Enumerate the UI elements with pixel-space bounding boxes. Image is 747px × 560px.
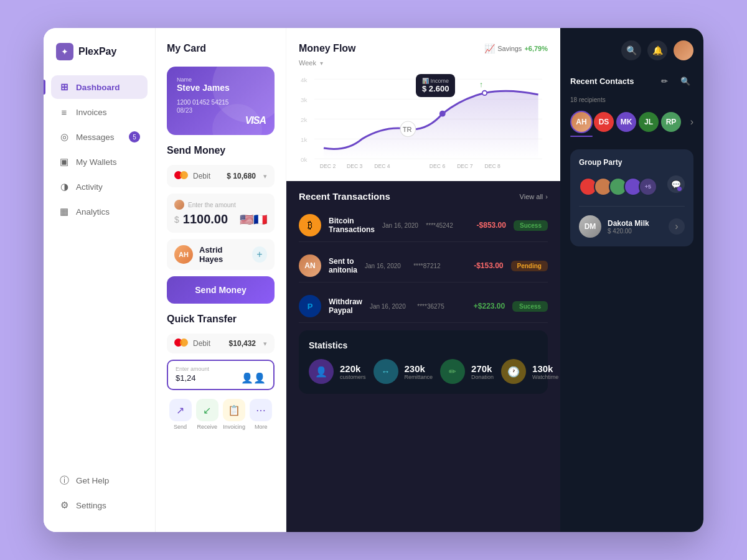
quick-action-invoicing[interactable]: 📋 Invoicing bbox=[223, 399, 245, 430]
contact-avatar[interactable]: JL bbox=[637, 111, 660, 133]
sidebar-item-messages[interactable]: ◎ Messages 5 bbox=[51, 125, 148, 149]
more-action-icon: ⋯ bbox=[250, 399, 272, 421]
svg-text:DEC 5: DEC 5 bbox=[402, 163, 418, 169]
add-recipient-button[interactable]: + bbox=[252, 246, 267, 263]
recipient-avatar: AH bbox=[174, 245, 193, 264]
middle-panel: Money Flow 📈 Savings +6,79% Week ▾ � bbox=[286, 28, 560, 532]
sidebar-item-activity[interactable]: ◑ Activity bbox=[51, 175, 148, 198]
table-row: ₿ Bitcoin Transactions Jan 16, 2020 ****… bbox=[299, 209, 548, 242]
sidebar-item-invoices[interactable]: ≡ Invoices bbox=[51, 100, 148, 124]
sidebar-item-analytics[interactable]: ▦ Analytics bbox=[51, 200, 148, 223]
group-party-members: +5 💬 bbox=[579, 175, 685, 197]
amount-hint: Enter the amount bbox=[174, 200, 267, 210]
svg-text:DEC 6: DEC 6 bbox=[430, 163, 446, 169]
stat-value: 130k bbox=[532, 363, 558, 374]
user-avatar[interactable] bbox=[674, 40, 693, 60]
help-icon: ⓘ bbox=[59, 475, 70, 486]
contact-avatar[interactable]: MK bbox=[615, 111, 637, 133]
edit-contacts-button[interactable]: ✏ bbox=[656, 73, 672, 89]
savings-label: Savings bbox=[497, 45, 522, 52]
status-badge: Pending bbox=[511, 261, 548, 271]
sidebar-item-wallets[interactable]: ▣ My Wallets bbox=[51, 150, 148, 174]
send-money-button[interactable]: Send Money bbox=[167, 276, 275, 304]
amount-placeholder: Enter the amount bbox=[188, 202, 236, 208]
contacts-section: Recent Contacts ✏ 🔍 18 recipients AH DS … bbox=[570, 73, 693, 137]
gp-arrow-button[interactable]: › bbox=[669, 218, 685, 235]
quick-action-send[interactable]: ↗ Send bbox=[169, 399, 192, 430]
right-header: 🔍 🔔 bbox=[570, 40, 693, 60]
middle-bottom: Recent Transactions View all › ₿ Bitcoin… bbox=[286, 181, 560, 532]
stat-value: 230k bbox=[405, 363, 433, 374]
more-action-label: More bbox=[255, 424, 268, 430]
stat-watchtime: 🕐 130k Watchtime bbox=[501, 359, 558, 384]
tx-id: ****45242 bbox=[426, 222, 462, 229]
tx-id: ****87212 bbox=[413, 263, 454, 269]
sidebar-item-label: Analytics bbox=[76, 207, 110, 217]
left-panel: My Card Name Steve James 1200 01452 5421… bbox=[156, 28, 286, 532]
remittance-icon: ↔ bbox=[374, 359, 398, 384]
analytics-icon: ▦ bbox=[59, 206, 70, 217]
tx-amount: -$853.00 bbox=[470, 221, 506, 230]
table-row: P Withdraw Paypal Jan 16, 2020 ****36275… bbox=[299, 290, 548, 323]
sidebar-item-dashboard[interactable]: ⊞ Dashboard bbox=[51, 75, 148, 99]
svg-text:4k: 4k bbox=[301, 77, 307, 83]
tx-name: Withdraw Paypal bbox=[329, 297, 362, 315]
stat-label: Donation bbox=[471, 374, 494, 380]
debit-selector[interactable]: Debit $ 10,680 ▾ bbox=[167, 165, 275, 187]
stat-customers: 👤 220k customers bbox=[309, 359, 366, 384]
recipient-name: Astrid Hayes bbox=[199, 245, 246, 264]
transactions-header: Recent Transactions View all › bbox=[299, 191, 548, 202]
tx-amount: +$223.00 bbox=[465, 302, 505, 310]
amount-value: 1100.00 bbox=[183, 212, 228, 226]
messages-badge: 5 bbox=[129, 131, 140, 142]
donation-icon: ✏ bbox=[440, 359, 465, 384]
search-button[interactable]: 🔍 bbox=[621, 40, 641, 60]
svg-text:DEC 3: DEC 3 bbox=[347, 163, 363, 169]
contact-avatar[interactable]: AH bbox=[570, 111, 593, 133]
contacts-avatars: AH DS MK JL RP › bbox=[570, 111, 693, 133]
notification-button[interactable]: 🔔 bbox=[647, 40, 667, 60]
qt-debit-amount: $10,432 bbox=[229, 339, 256, 348]
mastercard-icon bbox=[174, 171, 188, 181]
gp-separator bbox=[579, 206, 685, 207]
quick-action-receive[interactable]: ↙ Receive bbox=[196, 399, 218, 430]
contact-avatar[interactable]: RP bbox=[660, 111, 682, 133]
sidebar-item-label: Activity bbox=[76, 182, 103, 192]
recipient-row[interactable]: AH Astrid Hayes + bbox=[167, 239, 275, 270]
sidebar-item-label: Messages bbox=[76, 133, 115, 142]
gp-more-count: +5 bbox=[639, 177, 657, 196]
search-contacts-button[interactable]: 🔍 bbox=[677, 73, 693, 89]
stats-grid: 👤 220k customers ↔ 230k Remittance bbox=[309, 359, 538, 384]
dollar-sign: $ bbox=[174, 215, 179, 225]
money-flow-title: Money Flow bbox=[299, 43, 356, 54]
stat-value: 220k bbox=[340, 363, 366, 374]
gp-message-button[interactable]: 💬 bbox=[667, 175, 685, 193]
svg-text:3k: 3k bbox=[301, 96, 307, 103]
card-name-label: Name bbox=[177, 77, 265, 83]
qt-debit-selector[interactable]: Debit $10,432 ▾ bbox=[167, 334, 275, 353]
gp-person-avatar: DM bbox=[579, 215, 601, 238]
view-all-button[interactable]: View all › bbox=[520, 193, 548, 200]
send-action-label: Send bbox=[174, 424, 187, 430]
status-badge: Sucess bbox=[514, 220, 548, 231]
quick-action-more[interactable]: ⋯ More bbox=[250, 399, 272, 430]
contact-avatar[interactable]: DS bbox=[593, 111, 615, 133]
sidebar-item-settings[interactable]: ⚙ Settings bbox=[51, 493, 148, 517]
table-row: AN Sent to anitonia Jan 16, 2020 ****872… bbox=[299, 250, 548, 282]
bitcoin-icon: ₿ bbox=[299, 214, 321, 236]
income-label: 📊 Income bbox=[422, 78, 449, 84]
contacts-next-button[interactable]: › bbox=[690, 116, 693, 128]
sidebar-item-help[interactable]: ⓘ Get Help bbox=[51, 469, 148, 492]
sidebar-item-label: Invoices bbox=[76, 108, 107, 117]
qt-dropdown-arrow: ▾ bbox=[263, 340, 267, 348]
stat-remittance: ↔ 230k Remittance bbox=[374, 359, 433, 384]
income-tooltip: 📊 Income $ 2.600 bbox=[416, 74, 455, 97]
content-area: My Card Name Steve James 1200 01452 5421… bbox=[156, 28, 703, 532]
qt-amount-input[interactable]: Enter amount $1,24 👤👤 bbox=[167, 360, 275, 390]
quick-transfer-title: Quick Transfer bbox=[167, 314, 275, 325]
savings-pct: +6,79% bbox=[524, 45, 548, 52]
amount-display: $ 1100.00 🇺🇸🇫🇷 bbox=[174, 212, 267, 226]
wallets-icon: ▣ bbox=[59, 156, 70, 167]
card-number: 1200 01452 54215 bbox=[177, 99, 265, 106]
gp-person: DM Dakota Milk $ 420.00 › bbox=[579, 215, 685, 238]
